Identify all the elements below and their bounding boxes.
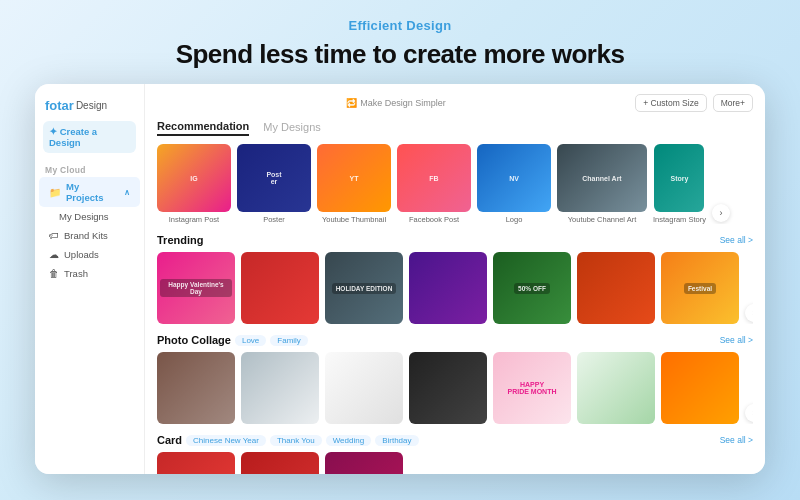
- collage-thumb-5: HAPPYPRIDE MONTH: [493, 352, 571, 424]
- my-cloud-section: My Cloud: [35, 161, 144, 177]
- sidebar-item-label: Uploads: [64, 249, 99, 260]
- template-poster[interactable]: Poster Poster: [237, 144, 311, 224]
- collage-item-7[interactable]: [661, 352, 739, 424]
- template-label: Youtube Thumbnail: [322, 215, 386, 224]
- template-instagram-story[interactable]: Story Instagram Story: [653, 144, 706, 224]
- photo-collage-row: HAPPYPRIDE MONTH ›: [157, 352, 753, 424]
- logo-main: fotar: [45, 98, 74, 113]
- collage-thumb-7: [661, 352, 739, 424]
- logo-thumb: NV: [477, 144, 551, 212]
- facebook-thumb: FB: [397, 144, 471, 212]
- collage-item-2[interactable]: [241, 352, 319, 424]
- collage-item-5[interactable]: HAPPYPRIDE MONTH: [493, 352, 571, 424]
- collage-item-1[interactable]: [157, 352, 235, 424]
- template-youtube-channel-art[interactable]: Channel Art Youtube Channel Art: [557, 144, 647, 224]
- card-item-3[interactable]: [325, 452, 403, 474]
- sidebar-item-label: Brand Kits: [64, 230, 108, 241]
- main-content: 🔁 Make Design Simpler + Custom Size More…: [145, 84, 765, 474]
- recommendation-next-arrow[interactable]: ›: [712, 204, 730, 222]
- card-row: [157, 452, 753, 474]
- card-title-area: Card Chinese New Year Thank You Wedding …: [157, 434, 419, 446]
- logo-sub: Design: [76, 100, 107, 111]
- collage-next-arrow[interactable]: ›: [745, 404, 753, 422]
- recommendation-row: IG Instagram Post Poster Poster YT Youtu…: [157, 144, 753, 224]
- photo-collage-title-area: Photo Collage Love Family: [157, 334, 308, 346]
- tag-icon: 🏷: [49, 230, 59, 241]
- instagram-post-thumb: IG: [157, 144, 231, 212]
- card-item-2[interactable]: [241, 452, 319, 474]
- template-youtube-thumbnail[interactable]: YT Youtube Thumbnail: [317, 144, 391, 224]
- trending-item-7[interactable]: Festival: [661, 252, 739, 324]
- chevron-icon: ∧: [124, 188, 130, 197]
- collage-thumb-1: [157, 352, 235, 424]
- collage-thumb-2: [241, 352, 319, 424]
- custom-size-button[interactable]: + Custom Size: [635, 94, 707, 112]
- card-thumb-3: [325, 452, 403, 474]
- trending-thumb-4: [409, 252, 487, 324]
- tag-wedding[interactable]: Wedding: [326, 435, 371, 446]
- collage-item-3[interactable]: [325, 352, 403, 424]
- trending-item-6[interactable]: [577, 252, 655, 324]
- trending-thumb-3: HOLIDAY EDITION: [325, 252, 403, 324]
- template-label: Facebook Post: [409, 215, 459, 224]
- sidebar-item-label: My Projects: [66, 181, 119, 203]
- more-button[interactable]: More+: [713, 94, 753, 112]
- sidebar-item-brand-kits[interactable]: 🏷 Brand Kits: [39, 226, 140, 245]
- app-window: fotarDesign ✦ Create a Design My Cloud 📁…: [35, 84, 765, 474]
- trending-item-3[interactable]: HOLIDAY EDITION: [325, 252, 403, 324]
- trending-next-arrow[interactable]: ›: [745, 304, 753, 322]
- tag-love[interactable]: Love: [235, 335, 266, 346]
- sidebar-logo: fotarDesign: [35, 94, 144, 121]
- sidebar-item-label: Trash: [64, 268, 88, 279]
- tag-family[interactable]: Family: [270, 335, 308, 346]
- card-header: Card Chinese New Year Thank You Wedding …: [157, 434, 753, 446]
- create-design-button[interactable]: ✦ Create a Design: [43, 121, 136, 153]
- tag-birthday[interactable]: Birthday: [375, 435, 418, 446]
- collage-item-4[interactable]: [409, 352, 487, 424]
- template-label: Instagram Story: [653, 215, 706, 224]
- poster-thumb: Poster: [237, 144, 311, 212]
- photo-collage-header: Photo Collage Love Family See all >: [157, 334, 753, 346]
- tab-my-designs[interactable]: My Designs: [263, 121, 320, 135]
- trending-header: Trending See all >: [157, 234, 753, 246]
- tab-recommendation[interactable]: Recommendation: [157, 120, 249, 136]
- trending-see-all[interactable]: See all >: [720, 235, 753, 245]
- template-facebook-post[interactable]: FB Facebook Post: [397, 144, 471, 224]
- tag-thank-you[interactable]: Thank You: [270, 435, 322, 446]
- efficient-design-label: Efficient Design: [348, 18, 451, 33]
- card-item-1[interactable]: [157, 452, 235, 474]
- trending-item-4[interactable]: [409, 252, 487, 324]
- template-logo[interactable]: NV Logo: [477, 144, 551, 224]
- folder-icon: 📁: [49, 187, 61, 198]
- main-tabs: Recommendation My Designs: [157, 120, 753, 136]
- photo-collage-see-all[interactable]: See all >: [720, 335, 753, 345]
- youtube-thumb: YT: [317, 144, 391, 212]
- sidebar: fotarDesign ✦ Create a Design My Cloud 📁…: [35, 84, 145, 474]
- card-title: Card: [157, 434, 182, 446]
- photo-collage-title: Photo Collage: [157, 334, 231, 346]
- collage-item-6[interactable]: [577, 352, 655, 424]
- trending-thumb-6: [577, 252, 655, 324]
- template-label: Instagram Post: [169, 215, 219, 224]
- card-thumb-2: [241, 452, 319, 474]
- trending-thumb-7: Festival: [661, 252, 739, 324]
- trending-row: Happy Valentine's Day HOLIDAY EDITION: [157, 252, 753, 324]
- top-bar: 🔁 Make Design Simpler + Custom Size More…: [157, 94, 753, 112]
- top-bar-actions: + Custom Size More+: [635, 94, 753, 112]
- card-see-all[interactable]: See all >: [720, 435, 753, 445]
- template-instagram-post[interactable]: IG Instagram Post: [157, 144, 231, 224]
- sidebar-item-trash[interactable]: 🗑 Trash: [39, 264, 140, 283]
- template-label: Poster: [263, 215, 285, 224]
- trending-item-5[interactable]: 50% OFF: [493, 252, 571, 324]
- sidebar-item-label: My Designs: [59, 211, 109, 222]
- template-label: Logo: [506, 215, 523, 224]
- collage-thumb-6: [577, 352, 655, 424]
- sidebar-item-my-designs[interactable]: My Designs: [39, 207, 140, 226]
- sidebar-item-my-projects[interactable]: 📁 My Projects ∧: [39, 177, 140, 207]
- trending-item-1[interactable]: Happy Valentine's Day: [157, 252, 235, 324]
- upload-icon: ☁: [49, 249, 59, 260]
- trending-item-2[interactable]: [241, 252, 319, 324]
- trending-title: Trending: [157, 234, 203, 246]
- tag-chinese-new-year[interactable]: Chinese New Year: [186, 435, 266, 446]
- sidebar-item-uploads[interactable]: ☁ Uploads: [39, 245, 140, 264]
